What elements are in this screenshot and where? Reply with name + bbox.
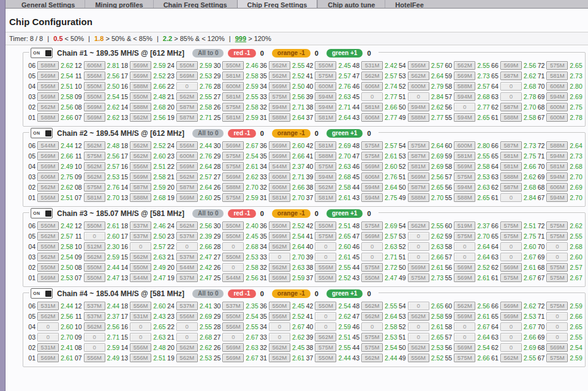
chip-freq-button[interactable]: 569M: [37, 162, 59, 171]
chip-freq-button[interactable]: 562M: [37, 312, 59, 321]
green-increment-button[interactable]: green +1: [326, 49, 363, 58]
chip-freq-button[interactable]: 537M: [222, 302, 244, 310]
chip-freq-button[interactable]: 594M: [454, 113, 475, 122]
chip-freq-button[interactable]: 575M: [315, 72, 336, 80]
chip-freq-button[interactable]: 556M: [408, 354, 429, 362]
chip-freq-button[interactable]: 587M: [408, 152, 429, 160]
chip-freq-button[interactable]: 569M: [176, 193, 198, 202]
chip-freq-button[interactable]: 581M: [546, 162, 568, 171]
chip-freq-button[interactable]: 0: [500, 92, 522, 101]
chip-freq-button[interactable]: 562M: [84, 322, 105, 331]
chip-freq-button[interactable]: 600M: [315, 82, 336, 91]
chip-freq-button[interactable]: 550M: [269, 302, 290, 310]
chip-freq-button[interactable]: 550M: [315, 222, 336, 230]
chip-freq-button[interactable]: 562M: [37, 232, 59, 240]
chip-freq-button[interactable]: 588M: [315, 152, 336, 160]
chip-freq-button[interactable]: 575M: [315, 162, 336, 171]
red-decrement-button[interactable]: red -1: [228, 129, 255, 138]
tab-hotelfee[interactable]: HotelFee: [385, 0, 433, 9]
chip-freq-button[interactable]: 0: [500, 82, 522, 91]
chip-freq-button[interactable]: 588M: [37, 61, 59, 70]
chip-freq-button[interactable]: 588M: [222, 183, 244, 192]
chip-freq-button[interactable]: 569M: [408, 173, 429, 181]
chip-freq-button[interactable]: 575M: [222, 152, 244, 160]
chip-freq-button[interactable]: 562M: [269, 354, 290, 362]
chip-freq-button[interactable]: 0: [408, 302, 429, 310]
chip-freq-button[interactable]: 569M: [269, 152, 290, 160]
chip-freq-button[interactable]: 556M: [176, 141, 198, 150]
chip-freq-button[interactable]: 587M: [176, 113, 198, 122]
chip-freq-button[interactable]: 575M: [454, 173, 475, 181]
chip-freq-button[interactable]: 588M: [408, 113, 429, 122]
chip-freq-button[interactable]: 581M: [361, 103, 383, 111]
chip-freq-button[interactable]: 581M: [454, 152, 475, 160]
chip-freq-button[interactable]: 556M: [130, 343, 151, 352]
chip-freq-button[interactable]: 588M: [269, 113, 290, 122]
chip-freq-button[interactable]: 594M: [269, 103, 290, 111]
all-to-zero-button[interactable]: All to 0: [192, 49, 224, 58]
chip-freq-button[interactable]: 575M: [546, 274, 568, 282]
chip-freq-button[interactable]: 550M: [315, 274, 336, 282]
chip-freq-button[interactable]: 531M: [361, 61, 383, 70]
chip-freq-button[interactable]: 562M: [37, 183, 59, 192]
chip-freq-button[interactable]: 569M: [454, 263, 475, 272]
chip-freq-button[interactable]: 569M: [546, 343, 568, 352]
chip-freq-button[interactable]: 537M: [176, 253, 198, 261]
chip-freq-button[interactable]: 562M: [130, 253, 151, 261]
chip-freq-button[interactable]: 0: [454, 242, 475, 251]
tab-mining-profiles[interactable]: Mining profiles: [85, 0, 153, 9]
chip-freq-button[interactable]: 562M: [269, 343, 290, 352]
chip-freq-button[interactable]: 575M: [361, 222, 383, 230]
tab-chip-auto-tune[interactable]: Chip auto tune: [317, 0, 385, 9]
chip-freq-button[interactable]: 0: [408, 253, 429, 261]
chip-freq-button[interactable]: 0: [546, 312, 568, 321]
chip-freq-button[interactable]: 575M: [315, 343, 336, 352]
chip-freq-button[interactable]: 569M: [84, 103, 105, 111]
chip-freq-button[interactable]: 575M: [361, 141, 383, 150]
chip-freq-button[interactable]: 537M: [130, 222, 151, 230]
chip-freq-button[interactable]: 0: [176, 242, 198, 251]
chip-freq-button[interactable]: 588M: [130, 82, 151, 91]
chip-freq-button[interactable]: 0: [37, 322, 59, 331]
chip-freq-button[interactable]: 562M: [130, 113, 151, 122]
chip-freq-button[interactable]: 588M: [500, 173, 522, 181]
chip-freq-button[interactable]: 587M: [176, 183, 198, 192]
chip-freq-button[interactable]: 569M: [269, 82, 290, 91]
chip-freq-button[interactable]: 0: [315, 253, 336, 261]
chip-freq-button[interactable]: 556M: [222, 322, 244, 331]
chip-freq-button[interactable]: 588M: [454, 82, 475, 91]
chip-freq-button[interactable]: 587M: [500, 141, 522, 150]
chip-freq-button[interactable]: 537M: [176, 274, 198, 282]
chip-freq-button[interactable]: 550M: [84, 263, 105, 272]
chip-freq-button[interactable]: 587M: [500, 72, 522, 80]
chip-freq-button[interactable]: 569M: [84, 113, 105, 122]
chip-freq-button[interactable]: 537M: [176, 302, 198, 310]
chip-freq-button[interactable]: 562M: [130, 141, 151, 150]
chip-freq-button[interactable]: 562M: [454, 61, 475, 70]
chip-freq-button[interactable]: 575M: [361, 333, 383, 341]
chip-freq-button[interactable]: 594M: [315, 173, 336, 181]
chip-freq-button[interactable]: 575M: [222, 193, 244, 202]
chip-freq-button[interactable]: 556M: [84, 354, 105, 362]
chip-freq-button[interactable]: 0: [176, 82, 198, 91]
chip-freq-button[interactable]: 0: [408, 322, 429, 331]
chip-freq-button[interactable]: 569M: [176, 162, 198, 171]
chip-freq-button[interactable]: 594M: [315, 103, 336, 111]
chip-freq-button[interactable]: 575M: [500, 232, 522, 240]
chip-freq-button[interactable]: 594M: [361, 183, 383, 192]
chip-freq-button[interactable]: 606M: [269, 183, 290, 192]
chip-freq-button[interactable]: 537M: [176, 232, 198, 240]
chip-freq-button[interactable]: 581M: [315, 193, 336, 202]
chip-freq-button[interactable]: 581M: [500, 162, 522, 171]
chip-freq-button[interactable]: 562M: [361, 302, 383, 310]
chain-on-toggle[interactable]: ON: [31, 48, 53, 58]
chip-freq-button[interactable]: 550M: [84, 274, 105, 282]
chip-freq-button[interactable]: 587M: [176, 103, 198, 111]
chip-freq-button[interactable]: 562M: [176, 173, 198, 181]
chip-freq-button[interactable]: 562M: [454, 302, 475, 310]
chip-freq-button[interactable]: 562M: [269, 242, 290, 251]
chip-freq-button[interactable]: 575M: [361, 343, 383, 352]
chip-freq-button[interactable]: 0: [269, 322, 290, 331]
chip-freq-button[interactable]: 0: [130, 333, 151, 341]
chip-freq-button[interactable]: 569M: [361, 162, 383, 171]
